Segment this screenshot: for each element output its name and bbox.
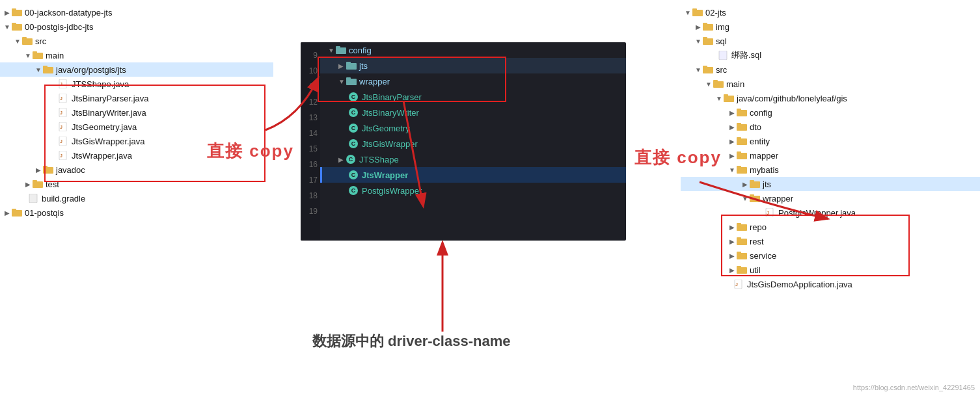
tree-item-jbwriter[interactable]: J JtsBinaryWriter.java bbox=[0, 105, 273, 120]
ct-jtsshape[interactable]: ▶ C JTSShape bbox=[320, 151, 626, 167]
folder-open-icon bbox=[703, 36, 713, 46]
svg-rect-61 bbox=[750, 194, 754, 197]
ct-label: PostgisWrapper bbox=[362, 186, 422, 196]
ct-config[interactable]: ▼ config bbox=[320, 42, 626, 58]
rt-service[interactable]: ▶ service bbox=[681, 248, 980, 263]
svg-rect-51 bbox=[737, 123, 741, 125]
tree-label: build.gradle bbox=[42, 194, 85, 204]
rt-util[interactable]: ▶ util bbox=[681, 263, 980, 277]
svg-rect-45 bbox=[713, 80, 718, 83]
folder-dark-icon bbox=[346, 77, 357, 86]
ct-jts[interactable]: ▶ jts bbox=[320, 58, 626, 73]
rt-mybatis[interactable]: ▼ mybatis bbox=[681, 163, 980, 177]
tree-label: JtsGisWrapper.java bbox=[72, 137, 144, 146]
rt-dto[interactable]: ▶ dto bbox=[681, 120, 980, 134]
folder-icon bbox=[12, 208, 22, 217]
rt-repo[interactable]: ▶ repo bbox=[681, 220, 980, 234]
rt-entity[interactable]: ▶ entity bbox=[681, 134, 980, 148]
tree-item-test[interactable]: ▶ test bbox=[0, 177, 273, 191]
ct-jgeom[interactable]: C JtsGeometry bbox=[320, 120, 626, 136]
folder-icon bbox=[737, 122, 747, 131]
expand-arrow: ▼ bbox=[694, 38, 703, 45]
rt-main[interactable]: ▼ main bbox=[681, 77, 980, 91]
tree-label: 02-jts bbox=[705, 8, 726, 18]
tree-item-postgis[interactable]: ▼ 00-postgis-jdbc-jts bbox=[0, 20, 273, 34]
tree-label: JtsBinaryParser.java bbox=[72, 94, 149, 103]
rt-mapper[interactable]: ▶ mapper bbox=[681, 148, 980, 163]
folder-icon bbox=[43, 165, 53, 174]
tree-item-javadoc[interactable]: ▶ javadoc bbox=[0, 163, 273, 177]
collapse-arrow: ▶ bbox=[34, 166, 43, 174]
ct-jgiswrapper[interactable]: C JtsGisWrapper bbox=[320, 136, 626, 151]
class-icon: C bbox=[349, 124, 358, 133]
svg-rect-23 bbox=[43, 166, 48, 168]
tree-item-jbparser[interactable]: J JtsBinaryParser.java bbox=[0, 91, 273, 105]
folder-open-icon bbox=[43, 65, 53, 74]
tree-label: wrapper bbox=[763, 194, 793, 204]
svg-rect-49 bbox=[737, 109, 741, 111]
svg-text:J: J bbox=[60, 96, 62, 101]
expand-arrow: ▶ bbox=[728, 124, 737, 131]
tree-label: JtsWrapper.java bbox=[72, 151, 132, 161]
rt-rest[interactable]: ▶ rest bbox=[681, 234, 980, 248]
rt-sql-file[interactable]: 绑路.sql bbox=[681, 48, 980, 62]
tree-label: test bbox=[46, 179, 59, 189]
svg-rect-53 bbox=[737, 137, 741, 140]
folder-icon bbox=[737, 237, 747, 246]
active-line-indicator bbox=[320, 167, 322, 183]
rt-app-file[interactable]: J JtsGisDemoApplication.java bbox=[681, 277, 980, 291]
rt-postgiswrapper[interactable]: J PostgisWrapper.java bbox=[681, 205, 980, 220]
center-tree-content: ▼ config ▶ jts ▼ wrapper bbox=[320, 42, 626, 241]
ct-jbparser[interactable]: C JtsBinaryParser bbox=[320, 89, 626, 105]
folder-icon bbox=[703, 22, 713, 31]
ct-jbwriter[interactable]: C JtsBinaryWriter bbox=[320, 105, 626, 120]
svg-rect-28 bbox=[12, 209, 16, 211]
gradle-file-icon bbox=[29, 194, 39, 203]
svg-rect-5 bbox=[22, 37, 27, 40]
collapse-arrow: ▼ bbox=[34, 66, 43, 73]
expand-arrow: ▶ bbox=[728, 152, 737, 159]
tree-item-jackson[interactable]: ▶ 00-jackson-datatype-jts bbox=[0, 5, 273, 20]
svg-rect-40 bbox=[703, 37, 707, 40]
tree-label: JtsBinaryWriter.java bbox=[72, 108, 146, 118]
tree-item-jgeom[interactable]: J JtsGeometry.java bbox=[0, 120, 273, 134]
rt-wrapper[interactable]: ▼ wrapper bbox=[681, 191, 980, 205]
svg-text:J: J bbox=[60, 153, 62, 158]
rt-java-path[interactable]: ▼ java/com/github/lonelyleaf/gis bbox=[681, 91, 980, 105]
tree-item-src[interactable]: ▼ src bbox=[0, 34, 273, 48]
rt-jts[interactable]: ▶ jts bbox=[681, 177, 980, 191]
rt-src[interactable]: ▼ src bbox=[681, 62, 980, 77]
tree-item-main[interactable]: ▼ main bbox=[0, 48, 273, 62]
svg-rect-26 bbox=[29, 194, 37, 203]
tree-item-01postqis[interactable]: ▶ 01-postqis bbox=[0, 205, 273, 220]
ct-wrapper[interactable]: ▼ wrapper bbox=[320, 73, 626, 89]
tree-item-jtsshape[interactable]: J JTSShape.java bbox=[0, 77, 273, 91]
expand-arrow: ▶ bbox=[728, 109, 737, 116]
folder-open-icon bbox=[12, 22, 22, 31]
tree-label: src bbox=[35, 36, 46, 46]
class-icon: C bbox=[349, 108, 358, 117]
tree-label: service bbox=[750, 251, 776, 261]
svg-text:J: J bbox=[60, 111, 62, 115]
ct-label: JtsGisWrapper bbox=[362, 139, 418, 149]
rt-img[interactable]: ▶ img bbox=[681, 20, 980, 34]
rt-sql[interactable]: ▼ sql bbox=[681, 34, 980, 48]
class-icon: C bbox=[349, 186, 358, 195]
expand-arrow: ▼ bbox=[694, 66, 703, 73]
folder-open-icon bbox=[703, 65, 713, 74]
collapse-arrow: ▶ bbox=[23, 181, 33, 188]
tree-label: 00-jackson-datatype-jts bbox=[25, 8, 112, 18]
rt-02jts[interactable]: ▼ 02-jts bbox=[681, 5, 980, 20]
rt-config[interactable]: ▶ config bbox=[681, 105, 980, 120]
svg-rect-36 bbox=[692, 8, 697, 11]
center-ide-panel: 9 10 11 12 13 14 15 16 17 18 19 ▼ config… bbox=[301, 42, 626, 241]
right-file-tree: ▼ 02-jts ▶ img ▼ sql 绑路.sql ▼ bbox=[681, 0, 980, 394]
ct-jtswrapper[interactable]: C JtsWrapper bbox=[320, 167, 626, 183]
ct-postgiswrapper[interactable]: C PostgisWrapper bbox=[320, 183, 626, 198]
folder-dark-icon bbox=[346, 61, 357, 70]
sql-file-icon bbox=[718, 51, 729, 60]
tree-item-buildgradle[interactable]: build.gradle bbox=[0, 191, 273, 205]
tree-label: util bbox=[750, 265, 761, 275]
expand-arrow: ▶ bbox=[728, 138, 737, 145]
tree-item-jts-path[interactable]: ▼ java/org/postgis/jts bbox=[0, 62, 273, 77]
